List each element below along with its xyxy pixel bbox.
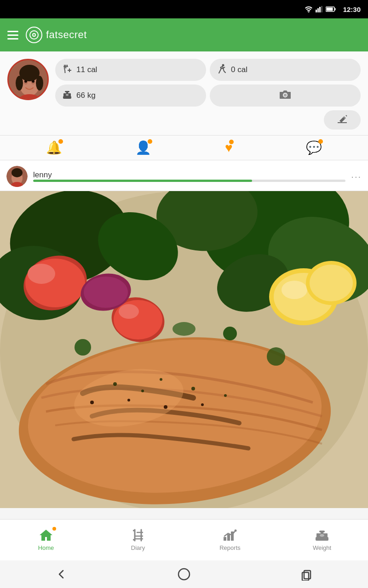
svg-point-32 — [66, 94, 69, 96]
profile-row: 11 cal 0 cal — [7, 59, 361, 107]
wifi-icon — [305, 6, 313, 12]
svg-rect-2 — [317, 8, 319, 12]
svg-point-10 — [33, 34, 35, 36]
likes-notification[interactable]: ♥ — [225, 141, 233, 155]
diary-label: Diary — [131, 544, 145, 551]
svg-point-0 — [308, 11, 309, 12]
home-active-dot — [52, 527, 56, 531]
android-nav — [0, 560, 368, 588]
svg-rect-3 — [319, 7, 321, 12]
app-title: fatsecret — [46, 29, 87, 41]
feed-progress-fill — [33, 180, 252, 182]
reports-icon — [223, 529, 237, 542]
svg-point-73 — [164, 405, 167, 409]
nav-reports[interactable]: Reports — [184, 529, 276, 551]
svg-point-68 — [191, 387, 195, 390]
svg-point-89 — [235, 530, 237, 532]
reports-label: Reports — [219, 544, 241, 551]
svg-rect-7 — [334, 8, 335, 11]
app-bar: fatsecret — [0, 18, 368, 51]
battery-icon — [326, 6, 336, 12]
recents-icon — [300, 568, 313, 581]
more-options-button[interactable]: ··· — [351, 171, 362, 182]
svg-point-55 — [119, 304, 139, 319]
diary-icon — [131, 529, 145, 542]
svg-rect-1 — [316, 10, 317, 12]
food-image — [0, 191, 368, 508]
running-icon — [216, 64, 227, 76]
svg-rect-93 — [319, 531, 325, 532]
weight-button[interactable]: 66 kg — [55, 85, 206, 107]
android-back-button[interactable] — [55, 568, 68, 581]
feed-section: lenny ··· — [0, 160, 368, 191]
feed-header: lenny ··· — [0, 160, 368, 191]
svg-point-77 — [267, 347, 285, 366]
logo-area: fatsecret — [26, 27, 87, 43]
feed-username: lenny — [33, 170, 345, 180]
weight-nav-icon — [315, 529, 329, 542]
bottom-nav: Home Diary Reports — [0, 519, 368, 560]
notification-bar: 🔔 👤 ♥ 💬 — [0, 136, 368, 160]
scale-icon — [62, 90, 73, 102]
logo-icon — [26, 27, 42, 43]
messages-dot — [318, 139, 323, 144]
home-icon — [39, 529, 53, 542]
fork-plus-icon — [62, 64, 73, 76]
svg-rect-86 — [224, 537, 226, 541]
svg-point-72 — [127, 399, 130, 401]
svg-point-60 — [282, 281, 307, 299]
svg-point-69 — [224, 394, 227, 397]
camera-icon — [279, 90, 291, 102]
friends-notification[interactable]: 👤 — [135, 140, 151, 155]
svg-point-52 — [28, 264, 55, 284]
svg-rect-4 — [321, 6, 322, 12]
svg-point-34 — [284, 93, 287, 96]
feed-avatar[interactable] — [6, 166, 28, 187]
svg-point-27 — [222, 64, 224, 66]
stats-grid: 11 cal 0 cal — [55, 59, 361, 107]
home-label: Home — [38, 544, 54, 551]
svg-point-13 — [19, 65, 40, 81]
svg-rect-96 — [304, 571, 310, 579]
svg-rect-6 — [326, 8, 333, 11]
android-recents-button[interactable] — [300, 568, 313, 581]
svg-point-71 — [90, 401, 94, 404]
nav-home[interactable]: Home — [0, 529, 92, 551]
signal-icon — [316, 6, 323, 12]
svg-point-62 — [310, 265, 353, 301]
user-avatar[interactable] — [7, 59, 49, 100]
svg-point-76 — [223, 327, 237, 340]
svg-point-19 — [32, 80, 34, 83]
bell-dot — [58, 139, 63, 144]
back-chevron-icon — [55, 568, 68, 581]
bell-notification[interactable]: 🔔 — [46, 140, 62, 155]
home-circle-icon — [178, 568, 190, 581]
edit-button[interactable] — [324, 110, 361, 130]
svg-rect-87 — [227, 534, 230, 541]
feed-progress-bar — [33, 180, 345, 182]
profile-section: 11 cal 0 cal — [0, 51, 368, 136]
camera-button[interactable] — [210, 85, 361, 107]
add-food-button[interactable]: 11 cal — [55, 59, 206, 81]
exercise-button[interactable]: 0 cal — [210, 59, 361, 81]
status-bar: 12:30 — [0, 0, 368, 18]
nav-weight[interactable]: Weight — [276, 529, 368, 551]
svg-point-14 — [16, 76, 23, 90]
likes-dot — [229, 140, 234, 144]
avatar-image — [9, 60, 47, 99]
svg-point-66 — [113, 382, 117, 386]
edit-plus-icon — [337, 114, 348, 125]
android-home-button[interactable] — [178, 568, 190, 581]
nav-diary[interactable]: Diary — [92, 529, 184, 551]
weight-value: 66 kg — [76, 91, 96, 100]
svg-point-95 — [178, 569, 190, 580]
messages-notification[interactable]: 💬 — [306, 140, 322, 155]
food-illustration — [0, 191, 368, 508]
svg-point-74 — [201, 403, 204, 406]
svg-point-70 — [141, 390, 144, 392]
hamburger-menu[interactable] — [7, 31, 18, 40]
weight-label: Weight — [313, 544, 331, 551]
calories-burned: 0 cal — [231, 65, 247, 74]
svg-point-78 — [172, 322, 196, 336]
svg-point-94 — [320, 534, 324, 537]
